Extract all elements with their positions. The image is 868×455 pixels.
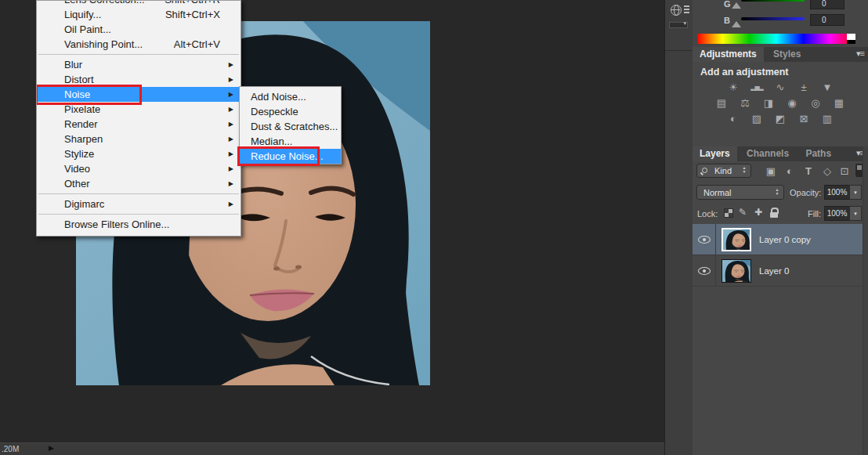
adjustment-layer-filter-icon[interactable]: ◐ — [782, 164, 797, 178]
threshold-icon[interactable]: ◩ — [772, 112, 789, 125]
menu-shortcut: Shift+Ctrl+R — [165, 0, 220, 7]
eye-icon[interactable] — [698, 236, 711, 244]
exposure-icon[interactable]: ± — [795, 81, 812, 94]
channel-mixer-icon[interactable]: ◎ — [807, 96, 824, 110]
menu-item-distort[interactable]: Distort ▶ — [37, 72, 241, 87]
menu-item-noise[interactable]: Noise ▶ — [37, 87, 241, 102]
fill-dropdown-button[interactable]: ▼ — [849, 206, 862, 221]
menu-item-blur[interactable]: Blur ▶ — [37, 57, 241, 72]
submenu-item-despeckle[interactable]: Despeckle — [240, 104, 341, 119]
panel-menu-icon[interactable]: ▾≡ — [856, 49, 864, 59]
status-flyout-arrow-icon[interactable]: ▶ — [49, 444, 54, 452]
visibility-cell[interactable] — [693, 255, 716, 286]
menu-item-browse-filters-online[interactable]: Browse Filters Online... — [37, 217, 241, 232]
submenu-item-reduce-noise[interactable]: Reduce Noise... — [240, 149, 341, 164]
adjustment-icons-row1: ☀ ▂▅▂ ∿ ± ▼ — [693, 81, 868, 94]
black-swatch[interactable] — [847, 40, 855, 44]
hue-saturation-icon[interactable]: ▤ — [713, 96, 730, 110]
menu-item-render[interactable]: Render ▶ — [37, 117, 241, 132]
tab-channels[interactable]: Channels — [740, 146, 796, 161]
menu-item-liquify[interactable]: Liquify... Shift+Ctrl+X — [37, 7, 241, 22]
blue-slider-track[interactable] — [741, 17, 805, 20]
tab-styles[interactable]: Styles — [766, 47, 808, 62]
invert-icon[interactable]: ◐ — [725, 112, 742, 125]
eye-icon[interactable] — [698, 267, 711, 275]
menu-shortcut: Alt+Ctrl+V — [174, 37, 220, 52]
menu-item-label: Pixelate — [64, 103, 100, 115]
color-balance-icon[interactable]: ⚖ — [736, 96, 754, 110]
menu-item-stylize[interactable]: Stylize ▶ — [37, 146, 241, 161]
collapsed-3d-panel-icon[interactable] — [671, 5, 682, 16]
posterize-icon[interactable]: ▨ — [748, 112, 765, 125]
opacity-value-field[interactable]: 100% — [824, 185, 850, 200]
color-spectrum-ramp[interactable] — [697, 34, 855, 44]
submenu-item-dust-scratches[interactable]: Dust & Scratches... — [240, 119, 341, 134]
menu-item-pixelate[interactable]: Pixelate ▶ — [37, 102, 241, 117]
document-size-readout: .20M — [2, 445, 19, 453]
submenu-arrow-icon: ▶ — [229, 87, 233, 102]
menu-item-label: Digimarc — [64, 198, 104, 210]
blend-mode-dropdown[interactable]: Normal ▲▼ — [696, 185, 784, 200]
blend-mode-row: Normal ▲▼ Opacity: 100% ▼ — [693, 182, 868, 203]
lock-label: Lock: — [697, 209, 718, 218]
gradient-map-icon[interactable]: ▥ — [819, 112, 836, 125]
menu-item-label: Render — [64, 118, 98, 130]
selective-color-icon[interactable]: ⊠ — [795, 112, 812, 125]
curves-icon[interactable]: ∿ — [772, 81, 789, 94]
layer-name[interactable]: Layer 0 copy — [759, 235, 811, 244]
lock-transparent-pixels-icon[interactable] — [724, 208, 733, 218]
fill-value-field[interactable]: 100% — [824, 206, 850, 221]
menu-item-label: Noise — [64, 88, 90, 100]
submenu-arrow-icon: ▶ — [229, 146, 233, 161]
tab-paths[interactable]: Paths — [798, 146, 838, 161]
lock-position-icon[interactable]: ✚ — [754, 207, 762, 218]
lock-all-icon[interactable] — [770, 208, 778, 218]
visibility-cell[interactable] — [693, 224, 716, 255]
white-swatch[interactable] — [847, 34, 855, 40]
black-white-icon[interactable]: ◨ — [760, 96, 777, 110]
tab-adjustments[interactable]: Adjustments — [693, 47, 764, 62]
lock-image-pixels-icon[interactable]: ✎ — [739, 207, 747, 218]
layer-row-layer-0[interactable]: Layer 0 — [693, 255, 868, 287]
layer-thumbnail[interactable] — [722, 228, 751, 251]
vibrance-icon[interactable]: ▼ — [819, 81, 836, 94]
layers-panel: Layers Channels Paths ▾≡ Kind ▲▼ ▣ ◐ T ◇… — [693, 146, 868, 455]
blue-value-field[interactable]: 0 — [810, 14, 844, 26]
menu-item-vanishing-point[interactable]: Vanishing Point... Alt+Ctrl+V — [37, 37, 241, 52]
brightness-contrast-icon[interactable]: ☀ — [725, 81, 742, 94]
type-layer-filter-icon[interactable]: T — [801, 164, 816, 178]
photo-filter-icon[interactable]: ◉ — [783, 96, 801, 110]
collapsed-panel-dropdown[interactable] — [669, 22, 688, 28]
menu-item-label: Reduce Noise... — [251, 150, 324, 162]
menu-item-label: Vanishing Point... — [64, 38, 143, 50]
layer-name[interactable]: Layer 0 — [759, 266, 789, 276]
menu-item-label: Despeckle — [251, 106, 298, 117]
layers-tabbar: Layers Channels Paths ▾≡ — [693, 146, 868, 161]
color-lookup-icon[interactable]: ▦ — [830, 96, 848, 110]
menu-item-video[interactable]: Video ▶ — [37, 161, 241, 176]
layer-thumbnail[interactable] — [722, 259, 751, 283]
menu-item-other[interactable]: Other ▶ — [37, 176, 241, 191]
levels-icon[interactable]: ▂▅▂ — [748, 81, 765, 94]
tab-layers[interactable]: Layers — [693, 146, 737, 161]
blue-slider-handle[interactable] — [732, 21, 741, 27]
layer-filter-kind-dropdown[interactable]: Kind ▲▼ — [696, 164, 751, 178]
smart-object-filter-icon[interactable]: ⊡ — [837, 164, 852, 178]
layer-row-layer-0-copy[interactable]: Layer 0 copy — [693, 224, 868, 255]
green-value-field[interactable]: 0 — [810, 0, 844, 9]
menu-item-label: Video — [64, 163, 90, 175]
menu-item-oil-paint[interactable]: Oil Paint... — [37, 22, 241, 37]
adjustment-icons-row3: ◐ ▨ ◩ ⊠ ▥ — [693, 112, 868, 125]
menu-item-sharpen[interactable]: Sharpen ▶ — [37, 132, 241, 146]
menu-item-lens-correction[interactable]: Lens Correction... Shift+Ctrl+R — [37, 0, 241, 7]
panel-edge-gutter — [863, 146, 868, 455]
menu-item-digimarc[interactable]: Digimarc ▶ — [37, 197, 241, 211]
submenu-item-median[interactable]: Median... — [240, 134, 341, 149]
opacity-dropdown-button[interactable]: ▼ — [849, 185, 862, 200]
green-slider-handle[interactable] — [732, 2, 741, 9]
shape-layer-filter-icon[interactable]: ◇ — [819, 164, 835, 178]
pixel-layer-filter-icon[interactable]: ▣ — [763, 164, 779, 178]
submenu-item-add-noise[interactable]: Add Noise... — [240, 89, 341, 104]
fill-label: Fill: — [808, 209, 821, 218]
green-slider-track[interactable] — [741, 0, 805, 2]
